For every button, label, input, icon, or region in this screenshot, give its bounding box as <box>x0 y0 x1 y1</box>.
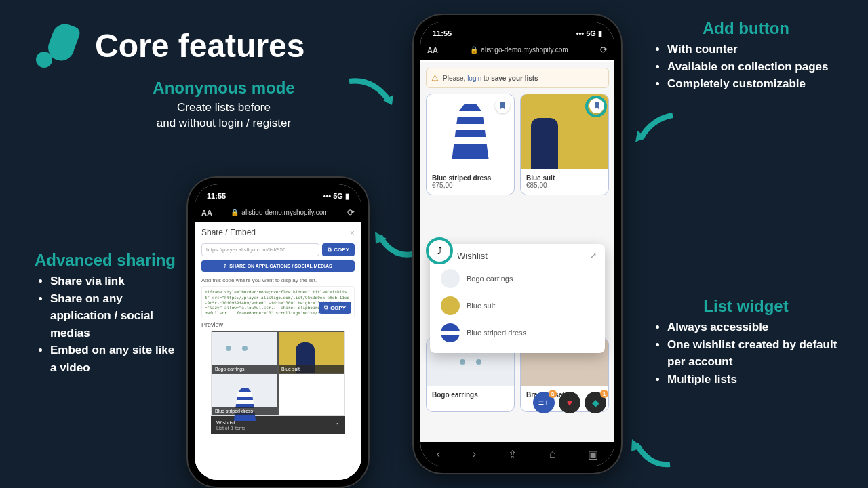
product-price: €85,00 <box>526 182 603 189</box>
advanced-sharing-item: Share on any application / social medias <box>50 290 176 342</box>
add-button-item: With counter <box>667 41 841 58</box>
anonymous-sub2: and without login / register <box>108 116 339 131</box>
share-embed-panel: Share / Embed× ⧉ COPY ⤴ SHARE ON APPLICA… <box>195 222 361 439</box>
text-size-button[interactable]: AA <box>427 46 438 54</box>
expand-icon[interactable]: ⤢ <box>590 251 597 260</box>
browser-url-bar[interactable]: AA 🔒 alistigo-demo.myshopify.com ⟳ <box>195 205 361 223</box>
alert-text: Please, login to save your lists <box>443 75 538 82</box>
list-widget-title: List widget <box>651 297 841 316</box>
list-widget-item: Multiple lists <box>667 371 841 388</box>
page-title: Core features <box>95 27 304 64</box>
anonymous-title: Anonymous mode <box>108 79 339 98</box>
phone-mockup-main: 11:55 ••• 5G ▮ AA 🔒 alistigo-demo.myshop… <box>412 14 623 474</box>
browser-url-bar[interactable]: AA 🔒 alistigo-demo.myshopify.com ⟳ <box>420 42 614 60</box>
product-image <box>450 104 491 159</box>
arrow-icon <box>632 108 679 149</box>
wishlist-item[interactable]: Blue suit <box>438 292 597 319</box>
browser-bottom-nav: ‹ › ⇪ ⌂ ▣ <box>420 442 614 466</box>
wishlist-item[interactable]: Blue striped dress <box>438 319 597 346</box>
tabs-icon[interactable]: ▣ <box>588 448 598 461</box>
status-network: ••• 5G ▮ <box>576 29 602 38</box>
arrow-icon <box>629 434 677 471</box>
advanced-sharing-item: Share via link <box>50 272 176 290</box>
bookmark-button[interactable] <box>495 98 510 113</box>
wishlist-title: Wishlist <box>457 251 488 261</box>
add-button-title: Add button <box>651 19 841 38</box>
forward-icon[interactable]: › <box>473 448 476 460</box>
wishlist-item[interactable]: Bogo earrings <box>438 265 597 292</box>
list-widget-item: One wishlist created by default per acco… <box>667 336 841 371</box>
phone-mockup-share: 11:55 ••• 5G ▮ AA 🔒 alistigo-demo.myshop… <box>186 176 370 488</box>
arrow-icon <box>346 75 400 115</box>
product-title: Bogo earrings <box>432 391 509 399</box>
product-title: Blue suit <box>526 174 603 182</box>
feature-list-widget: List widget Always accessible One wishli… <box>651 297 841 388</box>
back-icon[interactable]: ‹ <box>437 448 440 460</box>
embed-code-box[interactable]: <iframe style="border:none;overflow:hidd… <box>201 286 355 317</box>
url-text[interactable]: 🔒 alistigo-demo.myshopify.com <box>218 209 342 216</box>
share-panel-title: Share / Embed <box>201 228 256 238</box>
share-icon[interactable]: ⇪ <box>508 448 517 461</box>
anonymous-sub1: Create lists before <box>108 100 339 116</box>
warning-icon: ⚠ <box>431 73 439 83</box>
feature-anonymous: Anonymous mode Create lists before and w… <box>108 79 339 131</box>
fab-row: ≡+3 ♥ ◆1 <box>533 392 606 413</box>
status-time: 11:55 <box>433 29 452 37</box>
refresh-icon[interactable]: ⟳ <box>347 207 355 218</box>
favorite-fab[interactable]: ♥ <box>559 392 580 413</box>
phone-notch <box>243 184 313 199</box>
list-widget-item: Always accessible <box>667 319 841 336</box>
close-icon[interactable]: × <box>349 228 355 238</box>
feature-add-button: Add button With counter Available on col… <box>651 19 841 93</box>
wishlist-popover[interactable]: Wishlist ⤢ Bogo earrings Blue suit Blue … <box>430 244 605 353</box>
login-link[interactable]: login <box>467 75 481 82</box>
advanced-sharing-title: Advanced sharing <box>34 251 176 270</box>
status-time: 11:55 <box>207 192 226 200</box>
embed-description: Add this code where you want to display … <box>201 277 355 283</box>
chevron-up-icon[interactable]: ⌃ <box>335 422 340 428</box>
url-text[interactable]: 🔒 alistigo-demo.myshopify.com <box>443 46 595 54</box>
share-icon-highlight[interactable]: ⤴ <box>426 237 453 264</box>
add-button-item: Completely customizable <box>667 75 841 93</box>
add-list-fab[interactable]: ≡+3 <box>533 392 555 413</box>
product-title: Blue striped dress <box>432 174 509 182</box>
feature-advanced-sharing: Advanced sharing Share via link Share on… <box>34 251 176 376</box>
app-logo <box>34 20 81 68</box>
refresh-icon[interactable]: ⟳ <box>600 45 608 55</box>
login-alert: ⚠ Please, login to save your lists <box>426 68 609 88</box>
share-social-button[interactable]: ⤴ SHARE ON APPLICATIONS / SOCIAL MEDIAS <box>201 260 355 272</box>
product-card[interactable]: Blue striped dress€75,00 <box>426 94 515 195</box>
product-price: €75,00 <box>432 182 509 189</box>
product-card[interactable]: Blue suit€85,00 <box>520 94 609 195</box>
share-link-input[interactable] <box>201 243 319 256</box>
text-size-button[interactable]: AA <box>201 209 212 217</box>
preview-label: Preview <box>201 321 355 328</box>
preview-footer[interactable]: WishlistList of 3 items ⌃ <box>211 416 345 434</box>
copy-link-button[interactable]: ⧉ COPY <box>322 243 355 256</box>
copy-code-button[interactable]: ⧉ COPY <box>319 302 351 314</box>
phone-notch <box>477 22 558 37</box>
highlight-circle <box>585 96 607 117</box>
add-button-item: Available on collection pages <box>667 58 841 76</box>
preview-grid: Bogo earrings Blue suit Blue striped dre… <box>211 331 345 416</box>
advanced-sharing-item: Embed on any site like a video <box>50 342 176 376</box>
page-content: ⚠ Please, login to save your lists Blue … <box>420 62 614 442</box>
status-network: ••• 5G ▮ <box>323 192 349 201</box>
bookmarks-icon[interactable]: ⌂ <box>549 448 556 460</box>
app-fab[interactable]: ◆1 <box>585 392 606 413</box>
